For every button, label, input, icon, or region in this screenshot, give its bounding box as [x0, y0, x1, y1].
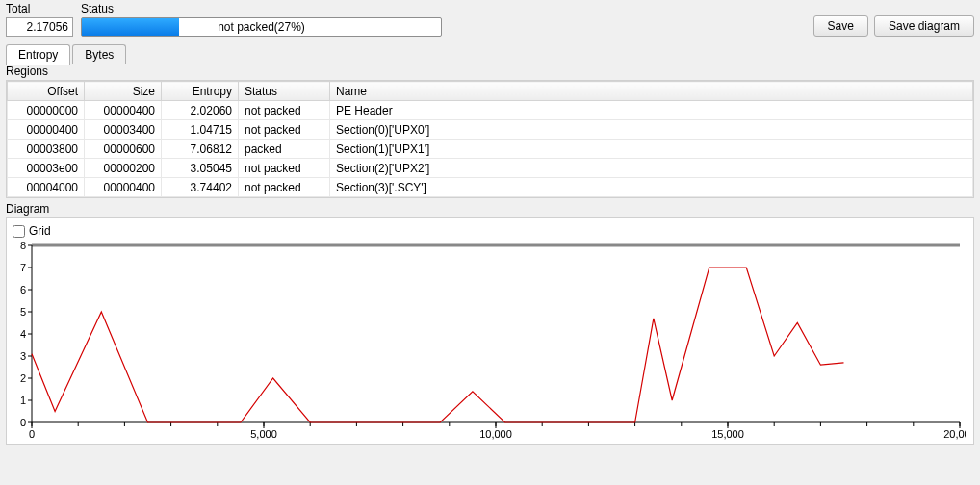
svg-text:3: 3: [20, 350, 26, 362]
cell-size: 00000400: [85, 178, 162, 197]
cell-size: 00003400: [85, 120, 162, 140]
svg-text:7: 7: [20, 262, 26, 273]
cell-entropy: 7.06812: [162, 140, 239, 159]
svg-text:15,000: 15,000: [711, 428, 744, 440]
col-size[interactable]: Size: [85, 82, 162, 101]
status-label: Status: [81, 2, 442, 15]
cell-status: not packed: [239, 178, 330, 197]
cell-name: Section(3)['.SCY']: [330, 178, 973, 197]
svg-text:10,000: 10,000: [479, 428, 512, 440]
svg-text:20,000: 20,000: [943, 428, 966, 440]
col-name[interactable]: Name: [330, 82, 973, 101]
cell-name: PE Header: [330, 101, 973, 120]
tab-entropy[interactable]: Entropy: [6, 44, 70, 65]
table-row[interactable]: 00004000000004003.74402not packedSection…: [8, 178, 973, 197]
cell-size: 00000200: [85, 159, 162, 178]
cell-offset: 00004000: [8, 178, 85, 197]
table-row[interactable]: 00000400000034001.04715not packedSection…: [8, 120, 973, 140]
tab-bytes[interactable]: Bytes: [72, 44, 126, 64]
cell-status: not packed: [239, 101, 330, 120]
svg-text:5,000: 5,000: [250, 428, 277, 440]
cell-name: Section(1)['UPX1']: [330, 140, 973, 159]
cell-status: not packed: [239, 120, 330, 140]
svg-text:6: 6: [20, 284, 26, 295]
svg-text:1: 1: [20, 395, 26, 406]
cell-status: packed: [239, 140, 330, 159]
cell-offset: 00000400: [8, 120, 85, 140]
table-row[interactable]: 00000000000004002.02060not packedPE Head…: [8, 101, 973, 120]
cell-size: 00000400: [85, 101, 162, 120]
status-text: not packed(27%): [82, 18, 441, 36]
total-label: Total: [6, 2, 73, 15]
cell-name: Section(2)['UPX2']: [330, 159, 973, 178]
save-diagram-button[interactable]: Save diagram: [874, 15, 974, 37]
svg-text:5: 5: [20, 306, 26, 318]
col-status[interactable]: Status: [239, 82, 330, 101]
svg-text:4: 4: [20, 328, 26, 340]
grid-text: Grid: [29, 224, 51, 238]
status-progress: not packed(27%): [81, 17, 442, 37]
total-input[interactable]: [6, 17, 73, 37]
svg-text:8: 8: [20, 240, 26, 251]
svg-text:0: 0: [20, 417, 26, 428]
svg-text:0: 0: [29, 428, 35, 440]
cell-entropy: 1.04715: [162, 120, 239, 140]
table-row[interactable]: 00003e00000002003.05045not packedSection…: [8, 159, 973, 178]
cell-entropy: 3.74402: [162, 178, 239, 197]
svg-text:2: 2: [20, 372, 26, 384]
regions-table: Offset Size Entropy Status Name 00000000…: [6, 80, 974, 198]
cell-entropy: 2.02060: [162, 101, 239, 120]
cell-size: 00000600: [85, 140, 162, 159]
entropy-chart: 01234567805,00010,00015,00020,000: [13, 240, 966, 442]
col-offset[interactable]: Offset: [8, 82, 85, 101]
regions-title: Regions: [0, 64, 980, 80]
diagram-title: Diagram: [0, 198, 980, 217]
grid-checkbox[interactable]: [13, 225, 25, 238]
cell-offset: 00003800: [8, 140, 85, 159]
cell-offset: 00000000: [8, 101, 85, 120]
cell-status: not packed: [239, 159, 330, 178]
cell-offset: 00003e00: [8, 159, 85, 178]
save-button[interactable]: Save: [813, 15, 868, 37]
cell-entropy: 3.05045: [162, 159, 239, 178]
grid-checkbox-label[interactable]: Grid: [13, 224, 967, 238]
table-row[interactable]: 00003800000006007.06812packedSection(1)[…: [8, 140, 973, 159]
col-entropy[interactable]: Entropy: [162, 82, 239, 101]
diagram-panel: Grid 01234567805,00010,00015,00020,000: [6, 217, 974, 445]
cell-name: Section(0)['UPX0']: [330, 120, 973, 140]
